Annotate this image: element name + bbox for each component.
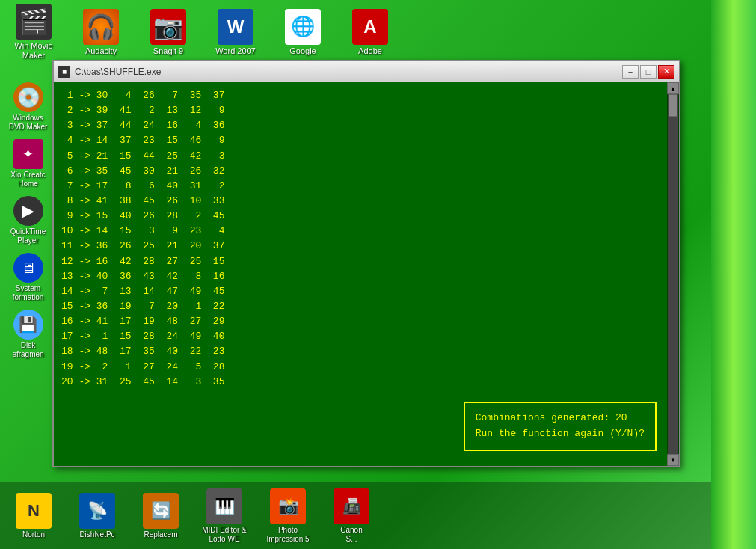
- window-titlebar: ■ C:\bas\SHUFFLE.exe − □ ✕: [54, 61, 679, 82]
- dvd-maker-icon: 💿: [13, 82, 43, 112]
- taskbar-icon-midi[interactable]: 🎹 MIDI Editor &Lotto WE: [198, 488, 251, 544]
- console-line: 11 -> 36 26 25 21 20 37: [61, 239, 660, 254]
- norton-label: Norton: [22, 530, 45, 539]
- desktop-icon-word[interactable]: W Word 2007: [209, 9, 262, 56]
- console-line: 5 -> 21 15 44 25 42 3: [61, 149, 660, 164]
- console-line: 14 -> 7 13 14 47 49 45: [61, 284, 660, 299]
- adobe-label: Adobe: [358, 46, 382, 56]
- scroll-track: [668, 94, 678, 454]
- taskbar-icon-canon[interactable]: 📠 CanonS...: [325, 488, 378, 544]
- console-line: 17 -> 1 15 28 24 49 40: [61, 329, 660, 344]
- canon-icon: 📠: [334, 488, 369, 524]
- quicktime-icon: ▶: [13, 196, 43, 226]
- console-line: 4 -> 14 37 23 15 46 9: [61, 133, 660, 148]
- console-line: 2 -> 39 41 2 13 12 9: [61, 103, 660, 118]
- desktop: 🎬 Win Movie Maker 🎧 Audacity 📷 Snagit 9 …: [0, 0, 756, 549]
- desktop-icon-adobe[interactable]: A Adobe: [344, 9, 396, 56]
- disk-defrag-label: Diskefragmen: [12, 341, 43, 359]
- win-movie-maker-label: Win Movie Maker: [7, 41, 60, 61]
- console-line: 6 -> 35 45 30 21 26 32: [61, 164, 660, 179]
- taskbar-icon-norton[interactable]: N Norton: [7, 493, 60, 539]
- snagit-label: Snagit 9: [153, 46, 183, 56]
- scroll-thumb[interactable]: [669, 94, 677, 117]
- scroll-down-arrow[interactable]: ▼: [667, 454, 679, 466]
- window-title: C:\bas\SHUFFLE.exe: [75, 67, 161, 77]
- top-icon-bar: 🎬 Win Movie Maker 🎧 Audacity 📷 Snagit 9 …: [0, 0, 711, 64]
- console-line: 15 -> 36 19 7 20 1 22: [61, 299, 660, 314]
- console-line: 10 -> 14 15 3 9 23 4: [61, 224, 660, 239]
- titlebar-app-icon: ■: [58, 66, 70, 78]
- dishnet-label: DishNetPc: [79, 530, 114, 539]
- replacem-label: Replacem: [144, 530, 177, 539]
- xio-icon: ✦: [13, 139, 43, 169]
- replacem-icon: 🔄: [143, 493, 179, 529]
- console-line: 1 -> 30 4 26 7 35 37: [61, 88, 660, 103]
- console-lines: 1 -> 30 4 26 7 35 37 2 -> 39 41 2 13 12 …: [61, 88, 660, 390]
- desktop-icon-dvd-maker[interactable]: 💿 WindowsDVD Maker: [4, 82, 52, 132]
- console-line: 19 -> 2 1 27 24 5 28: [61, 360, 660, 375]
- console-line: 20 -> 31 25 45 14 3 35: [61, 375, 660, 390]
- left-icon-bar: 💿 WindowsDVD Maker ✦ Xio CreatcHome ▶ Qu…: [4, 82, 52, 359]
- prompt-line2: Run the function again (Y/N)?: [476, 426, 645, 442]
- console-line: 8 -> 41 38 45 26 10 33: [61, 194, 660, 209]
- desktop-icon-snagit[interactable]: 📷 Snagit 9: [142, 9, 194, 56]
- console-window: ■ C:\bas\SHUFFLE.exe − □ ✕ 1 -> 30 4 26 …: [52, 60, 680, 467]
- audacity-label: Audacity: [85, 46, 117, 56]
- system-info-label: Systemformation: [13, 284, 44, 302]
- quicktime-label: QuickTimePlayer: [10, 227, 46, 245]
- console-line: 7 -> 17 8 6 40 31 2: [61, 179, 660, 194]
- console-line: 3 -> 37 44 24 16 4 36: [61, 118, 660, 133]
- dishnet-icon: 📡: [79, 493, 115, 529]
- desktop-icon-google[interactable]: 🌐 Google: [277, 9, 329, 56]
- console-line: 12 -> 16 42 28 27 25 15: [61, 254, 660, 269]
- console-line: 9 -> 15 40 26 28 2 45: [61, 209, 660, 224]
- minimize-button[interactable]: −: [622, 65, 639, 79]
- adobe-icon: A: [352, 9, 388, 45]
- midi-icon: 🎹: [206, 488, 242, 524]
- scrollbar[interactable]: ▲ ▼: [667, 82, 679, 466]
- xio-label: Xio CreatcHome: [10, 171, 46, 188]
- photo-icon: 📸: [270, 488, 306, 524]
- desktop-icon-win-movie-maker[interactable]: 🎬 Win Movie Maker: [7, 4, 60, 61]
- prompt-box: Combinations generated: 20 Run the funct…: [464, 402, 657, 451]
- console-line: 16 -> 41 17 19 48 27 29: [61, 314, 660, 329]
- desktop-icon-audacity[interactable]: 🎧 Audacity: [75, 9, 127, 56]
- desktop-icon-disk-defrag[interactable]: 💾 Diskefragmen: [4, 310, 52, 359]
- snagit-icon: 📷: [150, 9, 186, 45]
- maximize-button[interactable]: □: [640, 65, 657, 79]
- taskbar: N Norton 📡 DishNetPc 🔄 Replacem 🎹 MIDI E…: [0, 482, 756, 549]
- desktop-icon-system-info[interactable]: 🖥 Systemformation: [4, 253, 52, 302]
- desktop-icon-xio[interactable]: ✦ Xio CreatcHome: [4, 139, 52, 188]
- console-line: 18 -> 48 17 35 40 22 23: [61, 344, 660, 359]
- prompt-line1: Combinations generated: 20: [476, 411, 645, 426]
- taskbar-icon-replacem[interactable]: 🔄 Replacem: [135, 493, 187, 539]
- audacity-icon: 🎧: [83, 9, 119, 45]
- scroll-up-arrow[interactable]: ▲: [667, 82, 679, 94]
- win-movie-maker-icon: 🎬: [16, 4, 52, 40]
- photo-label: PhotoImpression 5: [266, 526, 309, 544]
- taskbar-icon-photo[interactable]: 📸 PhotoImpression 5: [262, 488, 314, 544]
- window-body: 1 -> 30 4 26 7 35 37 2 -> 39 41 2 13 12 …: [54, 82, 679, 466]
- word-icon: W: [218, 9, 253, 45]
- system-info-icon: 🖥: [13, 253, 43, 283]
- midi-label: MIDI Editor &Lotto WE: [202, 526, 246, 544]
- google-icon: 🌐: [285, 9, 321, 45]
- canon-label: CanonS...: [340, 526, 362, 544]
- titlebar-buttons: − □ ✕: [622, 65, 674, 79]
- disk-defrag-icon: 💾: [13, 310, 43, 340]
- titlebar-left: ■ C:\bas\SHUFFLE.exe: [58, 66, 161, 78]
- google-label: Google: [289, 46, 316, 56]
- console-line: 13 -> 40 36 43 42 8 16: [61, 269, 660, 284]
- taskbar-icon-dishnet[interactable]: 📡 DishNetPc: [71, 493, 123, 539]
- close-button[interactable]: ✕: [658, 65, 674, 79]
- dvd-maker-label: WindowsDVD Maker: [9, 114, 48, 132]
- desktop-icon-quicktime[interactable]: ▶ QuickTimePlayer: [4, 196, 52, 245]
- norton-icon: N: [16, 493, 52, 529]
- word-label: Word 2007: [215, 46, 256, 56]
